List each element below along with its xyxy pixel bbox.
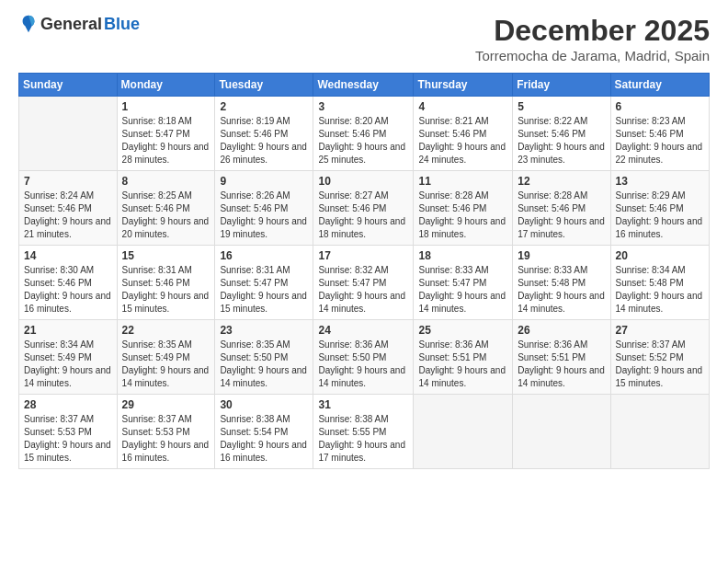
day-cell: 6 Sunrise: 8:23 AMSunset: 5:46 PMDayligh… (610, 97, 709, 171)
logo-icon (18, 14, 39, 34)
day-info: Sunrise: 8:33 AMSunset: 5:47 PMDaylight:… (418, 264, 507, 316)
day-info: Sunrise: 8:30 AMSunset: 5:46 PMDaylight:… (24, 264, 112, 316)
day-number: 7 (24, 175, 112, 188)
day-number: 22 (122, 324, 210, 337)
logo-wrapper: GeneralBlue (18, 14, 140, 34)
title-section: December 2025 Torremocha de Jarama, Madr… (475, 14, 710, 63)
day-info: Sunrise: 8:28 AMSunset: 5:46 PMDaylight:… (518, 190, 605, 241)
day-cell: 18 Sunrise: 8:33 AMSunset: 5:47 PMDaylig… (414, 246, 513, 320)
day-cell (513, 395, 610, 469)
col-wednesday: Wednesday (313, 74, 414, 97)
day-cell: 19 Sunrise: 8:33 AMSunset: 5:48 PMDaylig… (513, 246, 610, 320)
day-info: Sunrise: 8:34 AMSunset: 5:49 PMDaylight:… (24, 339, 112, 390)
day-number: 26 (518, 324, 605, 337)
day-number: 18 (418, 249, 507, 262)
day-cell: 28 Sunrise: 8:37 AMSunset: 5:53 PMDaylig… (19, 395, 118, 469)
day-number: 23 (220, 324, 308, 337)
day-info: Sunrise: 8:36 AMSunset: 5:51 PMDaylight:… (518, 339, 605, 390)
day-cell: 20 Sunrise: 8:34 AMSunset: 5:48 PMDaylig… (610, 246, 709, 320)
day-info: Sunrise: 8:36 AMSunset: 5:50 PMDaylight:… (318, 339, 408, 390)
day-cell: 26 Sunrise: 8:36 AMSunset: 5:51 PMDaylig… (513, 320, 610, 395)
day-number: 15 (122, 249, 210, 262)
week-row-2: 7 Sunrise: 8:24 AMSunset: 5:46 PMDayligh… (19, 171, 710, 246)
logo-blue: Blue (104, 15, 140, 34)
day-info: Sunrise: 8:18 AMSunset: 5:47 PMDaylight:… (122, 115, 210, 167)
day-info: Sunrise: 8:35 AMSunset: 5:50 PMDaylight:… (220, 339, 308, 390)
day-cell: 30 Sunrise: 8:38 AMSunset: 5:54 PMDaylig… (215, 395, 313, 469)
day-number: 30 (220, 398, 308, 411)
day-number: 31 (318, 398, 408, 411)
day-cell: 9 Sunrise: 8:26 AMSunset: 5:46 PMDayligh… (215, 171, 313, 246)
day-number: 29 (122, 398, 210, 411)
day-info: Sunrise: 8:29 AMSunset: 5:46 PMDaylight:… (616, 190, 704, 241)
day-number: 10 (318, 175, 408, 188)
day-number: 19 (518, 249, 605, 262)
col-monday: Monday (117, 74, 215, 97)
day-cell (19, 97, 118, 171)
day-cell: 1 Sunrise: 8:18 AMSunset: 5:47 PMDayligh… (117, 97, 215, 171)
day-number: 8 (122, 175, 210, 188)
day-cell: 12 Sunrise: 8:28 AMSunset: 5:46 PMDaylig… (513, 171, 610, 246)
day-info: Sunrise: 8:37 AMSunset: 5:53 PMDaylight:… (24, 413, 112, 465)
calendar-table: Sunday Monday Tuesday Wednesday Thursday… (18, 73, 710, 469)
day-cell: 11 Sunrise: 8:28 AMSunset: 5:46 PMDaylig… (414, 171, 513, 246)
day-info: Sunrise: 8:26 AMSunset: 5:46 PMDaylight:… (220, 190, 308, 241)
day-number: 16 (220, 249, 308, 262)
main-title: December 2025 (475, 14, 710, 48)
day-number: 28 (24, 398, 112, 411)
day-number: 20 (616, 249, 704, 262)
day-cell: 2 Sunrise: 8:19 AMSunset: 5:46 PMDayligh… (215, 97, 313, 171)
day-number: 21 (24, 324, 112, 337)
day-number: 17 (318, 249, 408, 262)
day-info: Sunrise: 8:35 AMSunset: 5:49 PMDaylight:… (122, 339, 210, 390)
day-cell: 24 Sunrise: 8:36 AMSunset: 5:50 PMDaylig… (313, 320, 414, 395)
logo-general: General (40, 15, 102, 34)
day-info: Sunrise: 8:25 AMSunset: 5:46 PMDaylight:… (122, 190, 210, 241)
day-cell: 8 Sunrise: 8:25 AMSunset: 5:46 PMDayligh… (117, 171, 215, 246)
day-info: Sunrise: 8:33 AMSunset: 5:48 PMDaylight:… (518, 264, 605, 316)
col-sunday: Sunday (19, 74, 118, 97)
week-row-5: 28 Sunrise: 8:37 AMSunset: 5:53 PMDaylig… (19, 395, 710, 469)
day-number: 11 (418, 175, 507, 188)
day-number: 2 (220, 100, 308, 113)
week-row-3: 14 Sunrise: 8:30 AMSunset: 5:46 PMDaylig… (19, 246, 710, 320)
day-number: 27 (616, 324, 704, 337)
day-cell: 22 Sunrise: 8:35 AMSunset: 5:49 PMDaylig… (117, 320, 215, 395)
day-info: Sunrise: 8:37 AMSunset: 5:53 PMDaylight:… (122, 413, 210, 465)
col-thursday: Thursday (414, 74, 513, 97)
day-info: Sunrise: 8:31 AMSunset: 5:47 PMDaylight:… (220, 264, 308, 316)
day-cell (610, 395, 709, 469)
day-cell: 17 Sunrise: 8:32 AMSunset: 5:47 PMDaylig… (313, 246, 414, 320)
day-number: 13 (616, 175, 704, 188)
day-number: 6 (616, 100, 704, 113)
day-number: 25 (418, 324, 507, 337)
day-number: 24 (318, 324, 408, 337)
day-info: Sunrise: 8:38 AMSunset: 5:55 PMDaylight:… (318, 413, 408, 465)
col-friday: Friday (513, 74, 610, 97)
day-cell: 15 Sunrise: 8:31 AMSunset: 5:46 PMDaylig… (117, 246, 215, 320)
day-info: Sunrise: 8:20 AMSunset: 5:46 PMDaylight:… (318, 115, 408, 167)
day-info: Sunrise: 8:31 AMSunset: 5:46 PMDaylight:… (122, 264, 210, 316)
day-cell: 7 Sunrise: 8:24 AMSunset: 5:46 PMDayligh… (19, 171, 118, 246)
day-info: Sunrise: 8:34 AMSunset: 5:48 PMDaylight:… (616, 264, 704, 316)
day-cell: 23 Sunrise: 8:35 AMSunset: 5:50 PMDaylig… (215, 320, 313, 395)
day-cell: 5 Sunrise: 8:22 AMSunset: 5:46 PMDayligh… (513, 97, 610, 171)
day-info: Sunrise: 8:38 AMSunset: 5:54 PMDaylight:… (220, 413, 308, 465)
subtitle: Torremocha de Jarama, Madrid, Spain (475, 48, 710, 63)
day-cell: 25 Sunrise: 8:36 AMSunset: 5:51 PMDaylig… (414, 320, 513, 395)
day-info: Sunrise: 8:24 AMSunset: 5:46 PMDaylight:… (24, 190, 112, 241)
page: GeneralBlue December 2025 Torremocha de … (0, 0, 728, 563)
week-row-4: 21 Sunrise: 8:34 AMSunset: 5:49 PMDaylig… (19, 320, 710, 395)
week-row-1: 1 Sunrise: 8:18 AMSunset: 5:47 PMDayligh… (19, 97, 710, 171)
day-cell: 10 Sunrise: 8:27 AMSunset: 5:46 PMDaylig… (313, 171, 414, 246)
day-cell: 27 Sunrise: 8:37 AMSunset: 5:52 PMDaylig… (610, 320, 709, 395)
day-info: Sunrise: 8:19 AMSunset: 5:46 PMDaylight:… (220, 115, 308, 167)
day-info: Sunrise: 8:37 AMSunset: 5:52 PMDaylight:… (616, 339, 704, 390)
day-number: 1 (122, 100, 210, 113)
col-saturday: Saturday (610, 74, 709, 97)
day-number: 4 (418, 100, 507, 113)
day-cell: 29 Sunrise: 8:37 AMSunset: 5:53 PMDaylig… (117, 395, 215, 469)
day-info: Sunrise: 8:21 AMSunset: 5:46 PMDaylight:… (418, 115, 507, 167)
day-cell: 13 Sunrise: 8:29 AMSunset: 5:46 PMDaylig… (610, 171, 709, 246)
day-cell: 4 Sunrise: 8:21 AMSunset: 5:46 PMDayligh… (414, 97, 513, 171)
